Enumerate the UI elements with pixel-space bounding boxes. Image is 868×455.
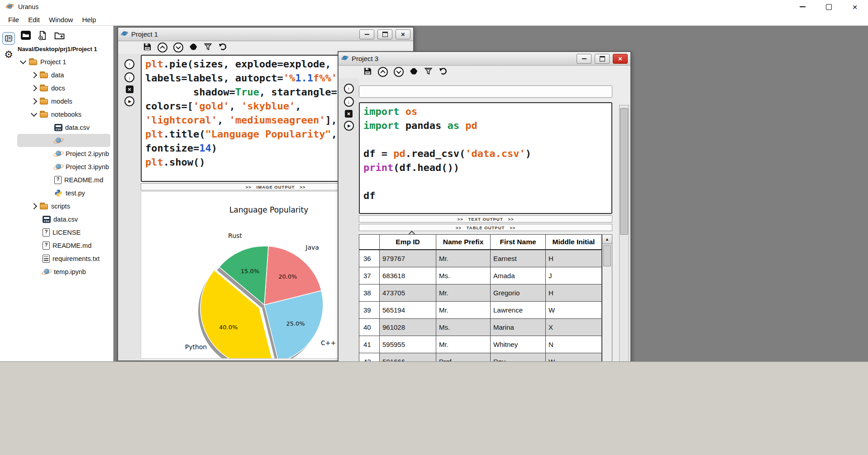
- table-output-separator[interactable]: >> TABLE OUTPUT >>: [359, 224, 612, 231]
- project1-maximize-button[interactable]: [377, 29, 392, 39]
- table-header-cell[interactable]: Emp ID: [380, 235, 436, 250]
- menu-file[interactable]: File: [4, 16, 24, 24]
- run-cell-button[interactable]: ▶: [124, 96, 134, 106]
- table-header-cell[interactable]: Middle Initial: [546, 235, 602, 250]
- move-cell-down-button[interactable]: ↓: [124, 72, 134, 82]
- table-row[interactable]: 40961028Ms.MarinaX: [359, 319, 602, 336]
- window-project-3[interactable]: Project 3 × ↑: [338, 51, 631, 361]
- dataframe-table[interactable]: Emp IDName PrefixFirst NameMiddle Initia…: [359, 234, 602, 361]
- project1-minimize-button[interactable]: [359, 29, 374, 39]
- chevron-right-icon[interactable]: [31, 71, 37, 78]
- cell-down-button[interactable]: [394, 67, 404, 77]
- menu-help[interactable]: Help: [77, 16, 100, 24]
- table-scroll-up-button[interactable]: ▲: [602, 235, 612, 244]
- chevron-right-icon[interactable]: [31, 85, 37, 91]
- project3-titlebar[interactable]: Project 3 ×: [339, 52, 630, 66]
- cell-up-button[interactable]: [157, 43, 167, 52]
- tree-item-test-py[interactable]: test.py: [17, 186, 113, 199]
- open-project-button[interactable]: [20, 29, 32, 41]
- window-scrollbar-thumb[interactable]: [620, 108, 628, 235]
- tree-item-readme-md-root[interactable]: README.md: [17, 239, 113, 252]
- project3-maximize-button[interactable]: [595, 54, 610, 64]
- cell-down-button[interactable]: [173, 43, 183, 52]
- undo-button[interactable]: [439, 66, 448, 77]
- app-maximize-button[interactable]: [816, 0, 842, 14]
- undo-button[interactable]: [218, 42, 227, 53]
- delete-cell-button[interactable]: ×: [345, 110, 353, 118]
- app-close-button[interactable]: ×: [842, 0, 868, 14]
- tree-item-project-1-ipynb[interactable]: [17, 134, 110, 147]
- table-header-cell[interactable]: First Name: [491, 235, 546, 250]
- project1-close-button[interactable]: ×: [396, 29, 410, 39]
- table-scrollbar[interactable]: ▲: [602, 234, 612, 361]
- table-row[interactable]: 41595955Mr.WhitneyN: [359, 336, 602, 353]
- sidebar-toggle-button[interactable]: [2, 32, 15, 45]
- paint-blob-button[interactable]: [189, 43, 198, 53]
- paint-blob-button[interactable]: [410, 67, 418, 77]
- tree-item-data-csv-root[interactable]: data.csv: [17, 213, 113, 226]
- mdi-area: Project 1 × ↑: [114, 26, 868, 361]
- arrow-up-icon: ↑: [128, 62, 131, 67]
- tree-item-project-2-ipynb[interactable]: Project 2.ipynb: [17, 147, 113, 160]
- run-cell-button[interactable]: ▶: [344, 121, 354, 131]
- table-scrollbar-thumb[interactable]: [603, 245, 611, 266]
- move-cell-down-button[interactable]: ↓: [344, 97, 354, 107]
- project3-close-button[interactable]: ×: [613, 54, 628, 64]
- code-line: [363, 175, 608, 189]
- tree-item-temp-ipynb[interactable]: temp.ipynb: [17, 265, 113, 278]
- project1-titlebar[interactable]: Project 1 ×: [118, 28, 413, 41]
- text-output-separator[interactable]: >> TEXT OUTPUT >>: [359, 215, 612, 223]
- chevron-down-icon[interactable]: [31, 110, 37, 117]
- chevron-right-icon[interactable]: [31, 98, 37, 104]
- tree-item-data[interactable]: data: [17, 68, 113, 81]
- tree-item-data-csv[interactable]: data.csv: [17, 121, 113, 134]
- empty-cell[interactable]: [359, 85, 612, 98]
- tree-item-models[interactable]: models: [17, 95, 113, 108]
- project3-minimize-button[interactable]: [577, 54, 591, 64]
- folder-icon: [40, 71, 48, 79]
- table-row[interactable]: 42501666Prof.RoyW: [359, 353, 602, 361]
- table-row[interactable]: 37683618Ms.AmadaJ: [359, 267, 602, 284]
- svg-text:15.0%: 15.0%: [241, 268, 259, 275]
- table-row[interactable]: 38473705Mr.GregorioH: [359, 284, 602, 302]
- table-row[interactable]: 39565194Mr.LawrenceW: [359, 302, 602, 319]
- app-logo-icon: [5, 2, 14, 12]
- window-scrollbar[interactable]: [619, 105, 629, 361]
- svg-text:Rust: Rust: [228, 232, 242, 239]
- new-file-button[interactable]: [37, 29, 48, 41]
- move-cell-up-button[interactable]: ↑: [124, 59, 134, 69]
- save-notebook-button[interactable]: [363, 67, 372, 77]
- delete-cell-button[interactable]: ×: [126, 85, 134, 93]
- filter-button[interactable]: [424, 67, 433, 77]
- tree-item-requirements-txt[interactable]: requirements.txt: [17, 252, 113, 265]
- tree-item-license[interactable]: LICENSE: [17, 226, 113, 239]
- table-header-cell[interactable]: Name Prefix: [436, 235, 491, 250]
- filter-button[interactable]: [204, 43, 212, 53]
- row-index-cell: 42: [359, 353, 380, 361]
- tree-item-scripts[interactable]: scripts: [17, 199, 113, 213]
- chevron-right-icon[interactable]: [31, 203, 37, 209]
- play-icon: ▶: [129, 100, 132, 104]
- tree-item-docs[interactable]: docs: [17, 81, 113, 95]
- app-title: Uranus: [18, 3, 38, 10]
- menubar: File Edit Window Help: [0, 14, 868, 26]
- project3-code-cell[interactable]: import osimport pandas as pd df = pd.rea…: [359, 102, 612, 214]
- cell-up-button[interactable]: [378, 67, 388, 77]
- app-titlebar: Uranus ×: [0, 0, 868, 14]
- table-row[interactable]: 36979767Mr.EarnestH: [359, 250, 602, 267]
- settings-gear-icon[interactable]: ⚙: [4, 50, 13, 60]
- move-cell-up-button[interactable]: ↑: [344, 84, 354, 94]
- tree-item-readme-md[interactable]: README.md: [17, 173, 113, 186]
- tree-item-project-3-ipynb[interactable]: Project 3.ipynb: [17, 160, 113, 173]
- table-header-cell[interactable]: [359, 235, 380, 250]
- tree-item-notebooks[interactable]: notebooks: [17, 108, 113, 121]
- save-notebook-button[interactable]: [143, 43, 152, 53]
- text-file-icon: [43, 255, 50, 263]
- tree-item-project-1[interactable]: Project 1: [17, 55, 113, 68]
- menu-edit[interactable]: Edit: [24, 16, 44, 24]
- row-index-cell: 38: [359, 284, 380, 302]
- chevron-down-icon[interactable]: [20, 58, 26, 64]
- app-minimize-button[interactable]: [789, 0, 816, 14]
- new-folder-button[interactable]: [53, 29, 65, 41]
- menu-window[interactable]: Window: [44, 16, 77, 24]
